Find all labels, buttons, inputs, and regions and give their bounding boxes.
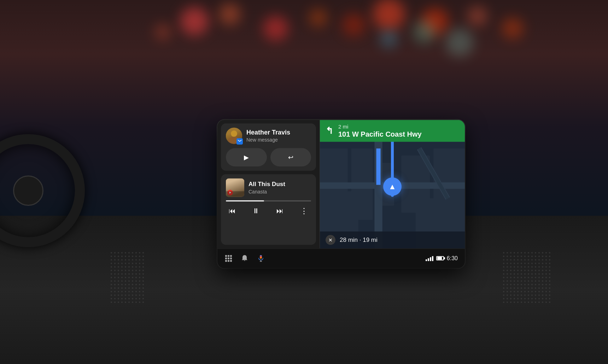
grille-dot xyxy=(524,287,526,289)
more-options-button[interactable]: ⋮ xyxy=(297,205,311,217)
grille-dot xyxy=(135,294,137,296)
grille-dot xyxy=(517,273,519,275)
grille-dot xyxy=(139,291,140,292)
grille-dot xyxy=(545,266,547,268)
grille-dot xyxy=(542,294,543,296)
bokeh-light xyxy=(445,28,474,56)
grille-dot xyxy=(545,256,547,257)
grille-dot xyxy=(542,280,543,282)
grille-dot xyxy=(549,266,550,268)
grille-dot xyxy=(507,252,508,253)
grille-dot xyxy=(142,291,144,292)
grille-dot xyxy=(535,294,536,296)
eta-bar: ✕ 28 min · 19 mi xyxy=(320,231,465,248)
grille-dot xyxy=(142,294,144,296)
grille-dot xyxy=(139,302,140,303)
reply-button[interactable]: ↩ xyxy=(270,148,311,166)
svg-rect-11 xyxy=(376,148,381,185)
microphone-button[interactable] xyxy=(257,255,265,262)
grille-dot xyxy=(514,259,515,261)
bokeh-light xyxy=(309,9,327,26)
grille-dot xyxy=(549,277,550,278)
bokeh-light xyxy=(502,18,523,39)
grille-dot xyxy=(521,259,522,261)
grille-dot xyxy=(531,302,533,303)
grille-dot xyxy=(538,277,540,278)
grille-dot xyxy=(507,291,508,292)
grille-dot xyxy=(528,263,529,264)
grille-dot xyxy=(135,291,137,292)
grille-dot xyxy=(521,256,522,257)
grille-dot xyxy=(538,294,540,296)
grille-dot xyxy=(542,263,543,264)
grille-dot xyxy=(545,270,547,271)
grille-dot xyxy=(510,263,511,264)
grille-dot xyxy=(507,294,508,296)
grille-dot xyxy=(538,287,540,289)
grille-dot xyxy=(517,280,519,282)
battery-fill xyxy=(437,257,442,260)
play-message-button[interactable]: ▶ xyxy=(226,148,267,166)
close-navigation-button[interactable]: ✕ xyxy=(326,235,335,245)
grille-dot xyxy=(510,266,511,268)
message-card[interactable]: Heather Travis New message ▶ ↩ xyxy=(221,123,316,171)
svg-rect-20 xyxy=(225,260,227,262)
grille-dot xyxy=(531,298,533,299)
music-card[interactable]: All This Dust Canasta ⏮ ⏸ ⏭ xyxy=(221,174,316,245)
grille-dot xyxy=(142,284,144,285)
notifications-button[interactable] xyxy=(241,255,249,262)
grille-dot xyxy=(514,302,515,303)
grille-dot xyxy=(535,273,536,275)
grille-dot xyxy=(524,280,526,282)
grille-dot xyxy=(507,277,508,278)
grille-dot xyxy=(135,277,137,278)
grille-dot xyxy=(542,266,543,268)
nav-street: 101 W Pacific Coast Hwy xyxy=(338,130,422,138)
grille-dot xyxy=(528,302,529,303)
grille-dot xyxy=(528,277,529,278)
grille-dot xyxy=(542,298,543,299)
grille-dot xyxy=(507,263,508,264)
grille-dot xyxy=(507,298,508,299)
grille-dot xyxy=(545,302,547,303)
progress-bar[interactable] xyxy=(226,200,311,201)
grille-dot xyxy=(510,294,511,296)
grille-dot xyxy=(549,270,550,271)
grille-dot xyxy=(545,280,547,282)
grille-dot xyxy=(517,291,519,292)
grille-dot xyxy=(517,256,519,257)
map-panel[interactable]: ▲ ↰ 2 mi 101 W Pacific Coast Hwy ✕ 28 mi… xyxy=(320,120,465,248)
grille-dot xyxy=(503,256,504,257)
grille-dot xyxy=(531,252,533,253)
grille-dot xyxy=(535,284,536,285)
grille-dot xyxy=(524,270,526,271)
turn-arrow-icon: ↰ xyxy=(326,125,333,136)
grille-dot xyxy=(535,280,536,282)
contact-subtitle: New message xyxy=(246,137,311,143)
grille-dot xyxy=(503,280,504,282)
grille-dot xyxy=(521,298,522,299)
apps-button[interactable] xyxy=(224,255,232,262)
grille-dot xyxy=(528,291,529,292)
prev-track-button[interactable]: ⏮ xyxy=(226,205,239,216)
grille-dot xyxy=(510,277,511,278)
grille-dot xyxy=(538,252,540,253)
svg-rect-15 xyxy=(228,255,229,257)
grille-dot xyxy=(142,280,144,282)
nav-arrow-icon: ▲ xyxy=(388,182,396,191)
music-info: All This Dust Canasta xyxy=(249,181,311,194)
grille-dot xyxy=(531,280,533,282)
grille-dot xyxy=(135,256,137,257)
grille-dot xyxy=(524,273,526,275)
grille-dot xyxy=(538,259,540,261)
grille-dot xyxy=(535,287,536,289)
battery-icon xyxy=(436,256,444,261)
reply-icon: ↩ xyxy=(288,153,293,161)
mic-icon xyxy=(257,255,265,262)
next-track-button[interactable]: ⏭ xyxy=(274,205,286,216)
grille-dot xyxy=(142,263,144,264)
grille-dot xyxy=(545,298,547,299)
grille-dot xyxy=(549,287,550,289)
pause-button[interactable]: ⏸ xyxy=(250,205,262,216)
grille-dot xyxy=(545,287,547,289)
